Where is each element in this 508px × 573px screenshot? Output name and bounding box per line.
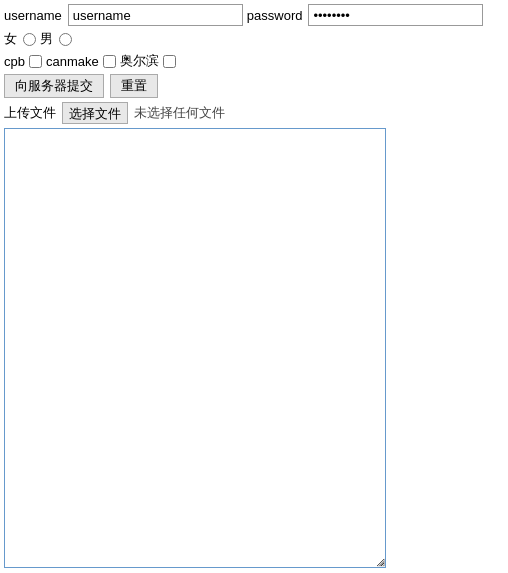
reset-button[interactable]: 重置: [110, 74, 158, 98]
username-label: username: [4, 8, 62, 23]
choose-file-button[interactable]: 选择文件: [62, 102, 128, 124]
aorbin-label: 奥尔滨: [120, 52, 159, 70]
cpb-checkbox[interactable]: [29, 55, 42, 68]
aorbin-group: 奥尔滨: [120, 52, 176, 70]
canmake-label: canmake: [46, 54, 99, 69]
submit-button[interactable]: 向服务器提交: [4, 74, 104, 98]
text-area-container[interactable]: ◢: [4, 128, 386, 568]
gender-female-group: 女: [4, 30, 36, 48]
gender-row: 女 男: [4, 30, 504, 48]
canmake-checkbox[interactable]: [103, 55, 116, 68]
canmake-group: canmake: [46, 54, 116, 69]
file-upload-row: 上传文件 选择文件 未选择任何文件: [4, 102, 504, 124]
resize-handle: ◢: [373, 555, 385, 567]
upload-label: 上传文件: [4, 104, 56, 122]
password-label: password: [247, 8, 303, 23]
no-file-text: 未选择任何文件: [134, 104, 225, 122]
gender-male-label: 男: [40, 30, 53, 48]
cpb-label: cpb: [4, 54, 25, 69]
gender-male-group: 男: [40, 30, 72, 48]
gender-female-label: 女: [4, 30, 17, 48]
gender-male-radio[interactable]: [59, 33, 72, 46]
password-input[interactable]: [308, 4, 483, 26]
cpb-group: cpb: [4, 54, 42, 69]
button-row: 向服务器提交 重置: [4, 74, 504, 98]
checkbox-row: cpb canmake 奥尔滨: [4, 52, 504, 70]
aorbin-checkbox[interactable]: [163, 55, 176, 68]
credentials-row: username password: [4, 4, 504, 26]
gender-female-radio[interactable]: [23, 33, 36, 46]
username-input[interactable]: [68, 4, 243, 26]
